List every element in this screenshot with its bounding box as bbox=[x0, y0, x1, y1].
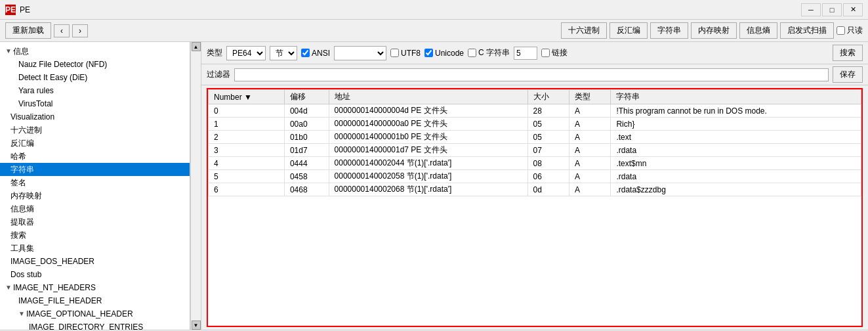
sidebar-item-dos-stub-label: Dos stub bbox=[10, 270, 41, 279]
filter-row: 过滤器 保存 bbox=[201, 64, 868, 85]
strings-button[interactable]: 字符串 bbox=[650, 22, 688, 39]
sidebar-item-entropy[interactable]: 信息熵 bbox=[0, 202, 190, 215]
strings-table-container: Number ▼ 偏移 地址 大小 类型 字符串 0004d0000000140… bbox=[207, 88, 863, 327]
cstring-checkbox-group: C 字符串 bbox=[468, 47, 510, 58]
close-button[interactable]: ✕ bbox=[843, 3, 863, 16]
sidebar-item-yara[interactable]: Yara rules bbox=[0, 84, 190, 97]
sidebar-item-nt-headers-group[interactable]: ▼ IMAGE_NT_HEADERS bbox=[0, 281, 190, 294]
cstring-checkbox[interactable] bbox=[468, 49, 476, 57]
save-button[interactable]: 保存 bbox=[833, 66, 863, 83]
maximize-button[interactable]: □ bbox=[822, 3, 842, 16]
sidebar-item-dos-header[interactable]: IMAGE_DOS_HEADER bbox=[0, 255, 190, 268]
col-address[interactable]: 地址 bbox=[329, 90, 527, 104]
back-button[interactable]: ‹ bbox=[54, 24, 70, 37]
sidebar-item-hash[interactable]: 哈希 bbox=[0, 150, 190, 163]
type-select[interactable]: PE64 bbox=[226, 46, 266, 60]
sidebar-item-yara-label: Yara rules bbox=[18, 86, 54, 95]
table-row[interactable]: 404440000000140002044 节(1)['.rdata']08A.… bbox=[209, 157, 861, 170]
ansi-checkbox[interactable] bbox=[301, 49, 310, 57]
content-area: 类型 PE64 节 ANSI UTF8 Unicode bbox=[201, 42, 868, 330]
scroll-down-btn[interactable]: ▼ bbox=[192, 320, 201, 330]
sidebar-item-search[interactable]: 搜索 bbox=[0, 229, 190, 242]
sidebar-item-visualization[interactable]: Visualization bbox=[0, 110, 190, 123]
filter-label: 过滤器 bbox=[207, 69, 230, 80]
col-number[interactable]: Number ▼ bbox=[209, 90, 285, 104]
sidebar-item-visualization-label: Visualization bbox=[10, 112, 54, 121]
col-type[interactable]: 类型 bbox=[569, 90, 610, 104]
type-label: 类型 bbox=[207, 47, 222, 58]
sidebar-item-signature[interactable]: 签名 bbox=[0, 176, 190, 189]
sidebar-scrollbar[interactable]: ▲ ▼ bbox=[190, 42, 201, 330]
unicode-checkbox-group: Unicode bbox=[424, 49, 464, 58]
collapse-optional-icon: ▼ bbox=[18, 308, 25, 320]
sidebar-item-hash-label: 哈希 bbox=[10, 152, 26, 161]
ansi-label: ANSI bbox=[312, 49, 330, 58]
sidebar-item-virustotal[interactable]: VirusTotal bbox=[0, 97, 190, 110]
ansi-encoding-select[interactable] bbox=[334, 46, 386, 60]
sidebar-item-dir-entries[interactable]: IMAGE_DIRECTORY_ENTRIES bbox=[0, 320, 190, 330]
link-label: 链接 bbox=[552, 47, 568, 58]
forward-button[interactable]: › bbox=[72, 24, 88, 37]
table-row[interactable]: 504580000000140002058 节(1)['.rdata']06A.… bbox=[209, 170, 861, 183]
scroll-up-btn[interactable]: ▲ bbox=[192, 42, 201, 51]
sidebar-item-dos-stub[interactable]: Dos stub bbox=[0, 268, 190, 281]
link-checkbox[interactable] bbox=[541, 49, 550, 57]
ansi-checkbox-group: ANSI bbox=[301, 49, 330, 58]
table-row[interactable]: 100a0000000014000000a0 PE 文件头05ARich} bbox=[209, 118, 861, 131]
sidebar-item-tools[interactable]: 工具集 bbox=[0, 242, 190, 255]
sidebar-item-info-group[interactable]: ▼ 信息 bbox=[0, 45, 190, 58]
readonly-label: 只读 bbox=[837, 25, 863, 36]
filter-input[interactable] bbox=[234, 68, 829, 81]
sidebar-item-strings-label: 字符串 bbox=[10, 165, 34, 174]
unicode-label: Unicode bbox=[435, 49, 464, 58]
reload-button[interactable]: 重新加载 bbox=[5, 22, 51, 39]
sidebar-item-die[interactable]: Detect It Easy (DiE) bbox=[0, 71, 190, 84]
sidebar-item-tools-label: 工具集 bbox=[10, 244, 34, 253]
sidebar-container: ▼ 信息 Nauz File Detector (NFD) Detect It … bbox=[0, 42, 201, 330]
min-length-spinbox[interactable] bbox=[514, 47, 537, 60]
col-offset[interactable]: 偏移 bbox=[284, 90, 329, 104]
utf8-label: UTF8 bbox=[401, 49, 421, 58]
section-select[interactable]: 节 bbox=[270, 46, 297, 60]
table-row[interactable]: 604680000000140002068 节(1)['.rdata']0dA.… bbox=[209, 183, 861, 196]
col-string[interactable]: 字符串 bbox=[611, 90, 861, 104]
readonly-checkbox[interactable] bbox=[837, 26, 845, 35]
memmap-button[interactable]: 内存映射 bbox=[691, 22, 737, 39]
sidebar-item-search-label: 搜索 bbox=[10, 231, 26, 240]
sidebar-item-file-header-label: IMAGE_FILE_HEADER bbox=[18, 296, 102, 305]
sidebar-item-virustotal-label: VirusTotal bbox=[18, 99, 52, 108]
sidebar-item-nfd[interactable]: Nauz File Detector (NFD) bbox=[0, 58, 190, 71]
table-row[interactable]: 301d7000000014000001d7 PE 文件头07A.rdata bbox=[209, 144, 861, 157]
collapse-nt-icon: ▼ bbox=[5, 282, 12, 294]
minimize-button[interactable]: ─ bbox=[801, 3, 821, 16]
scan-button[interactable]: 启发式扫描 bbox=[780, 22, 834, 39]
collapse-info-icon: ▼ bbox=[5, 45, 12, 57]
sidebar-item-optional-header-group[interactable]: ▼ IMAGE_OPTIONAL_HEADER bbox=[0, 307, 190, 320]
sidebar-item-info-label: 信息 bbox=[13, 45, 29, 57]
sidebar-item-hex-label: 十六进制 bbox=[10, 125, 42, 135]
sidebar-item-hex[interactable]: 十六进制 bbox=[0, 123, 190, 137]
title-bar-text: PE bbox=[20, 5, 801, 14]
table-row[interactable]: 201b0000000014000001b0 PE 文件头05A.text bbox=[209, 131, 861, 144]
table-header-row: Number ▼ 偏移 地址 大小 类型 字符串 bbox=[209, 90, 861, 104]
title-bar: PE PE ─ □ ✕ bbox=[0, 0, 868, 20]
sidebar-item-disasm[interactable]: 反汇编 bbox=[0, 137, 190, 150]
sidebar-item-signature-label: 签名 bbox=[10, 178, 26, 187]
utf8-checkbox[interactable] bbox=[390, 49, 399, 57]
sidebar-item-extractor[interactable]: 提取器 bbox=[0, 215, 190, 229]
search-button[interactable]: 搜索 bbox=[833, 45, 863, 61]
unicode-checkbox[interactable] bbox=[424, 49, 433, 57]
sidebar-item-die-label: Detect It Easy (DiE) bbox=[18, 73, 87, 82]
sidebar-item-optional-header-label: IMAGE_OPTIONAL_HEADER bbox=[26, 308, 133, 320]
entropy-button[interactable]: 信息熵 bbox=[739, 22, 777, 39]
sidebar-item-entropy-label: 信息熵 bbox=[10, 204, 34, 213]
sidebar-item-file-header[interactable]: IMAGE_FILE_HEADER bbox=[0, 294, 190, 307]
sidebar-item-disasm-label: 反汇编 bbox=[10, 139, 34, 148]
disasm-button[interactable]: 反汇编 bbox=[610, 22, 648, 39]
hex-button[interactable]: 十六进制 bbox=[561, 22, 607, 39]
table-row[interactable]: 0004d0000000140000004d PE 文件头28A!This pr… bbox=[209, 104, 861, 118]
col-size[interactable]: 大小 bbox=[527, 90, 569, 104]
sidebar-item-memmap[interactable]: 内存映射 bbox=[0, 189, 190, 202]
title-bar-controls: ─ □ ✕ bbox=[801, 3, 863, 16]
sidebar-item-strings[interactable]: 字符串 bbox=[0, 163, 190, 176]
